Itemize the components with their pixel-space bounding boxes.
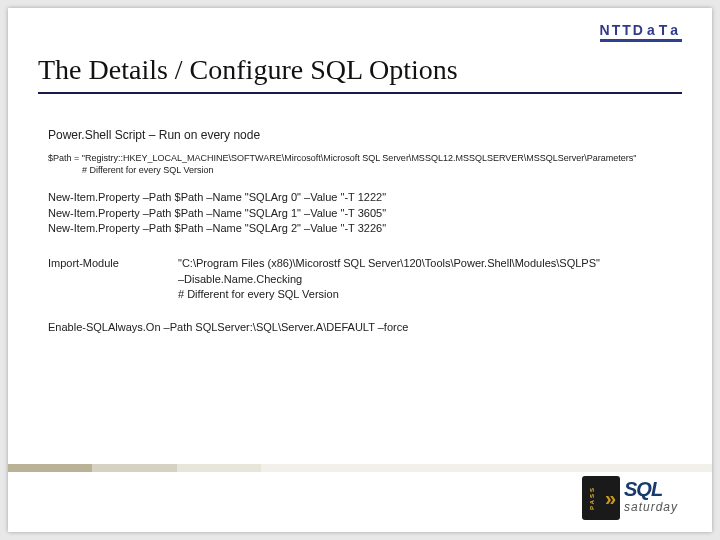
path-note: # Different for every SQL Version [48, 164, 682, 176]
saturday-text: saturday [624, 500, 678, 514]
newprop-2: New-Item.Property –Path $Path –Name "SQL… [48, 221, 682, 236]
sql-text: SQL [624, 478, 662, 501]
footer-seg-1 [8, 464, 92, 472]
import-module-line1: "C:\Program Files (x86)\Micorostf SQL Se… [178, 256, 682, 271]
import-module-line2: –Disable.Name.Checking [178, 272, 682, 287]
footer-accent-bar [8, 464, 712, 472]
sql-saturday-logo: PASS » SQL saturday [582, 476, 690, 524]
import-module-line3: # Different for every SQL Version [178, 287, 682, 302]
slide: NTTDaTa The Details / Configure SQL Opti… [8, 8, 712, 532]
footer-seg-4 [261, 464, 712, 472]
newprop-1: New-Item.Property –Path $Path –Name "SQL… [48, 206, 682, 221]
content-area: Power.Shell Script – Run on every node $… [48, 128, 682, 333]
import-module-row: Import-Module "C:\Program Files (x86)\Mi… [48, 256, 682, 302]
chevron-icon: » [605, 492, 616, 504]
newprop-0: New-Item.Property –Path $Path –Name "SQL… [48, 190, 682, 205]
logo-underline [600, 39, 682, 42]
page-title: The Details / Configure SQL Options [38, 54, 682, 94]
footer-seg-2 [92, 464, 176, 472]
pass-text: PASS [589, 486, 595, 510]
import-module-body: "C:\Program Files (x86)\Micorostf SQL Se… [178, 256, 682, 302]
path-line: $Path = "Registry::HKEY_LOCAL_MACHINE\SO… [48, 152, 682, 164]
pass-badge: PASS » [582, 476, 620, 520]
data-text: DaTa [633, 22, 682, 38]
footer-seg-3 [177, 464, 261, 472]
ntt-text: NTT [600, 22, 633, 38]
script-label: Power.Shell Script – Run on every node [48, 128, 682, 142]
import-module-label: Import-Module [48, 256, 178, 302]
new-item-block: New-Item.Property –Path $Path –Name "SQL… [48, 190, 682, 236]
ntt-data-logo: NTTDaTa [600, 22, 682, 42]
enable-line: Enable-SQLAlways.On –Path SQLServer:\SQL… [48, 321, 682, 333]
